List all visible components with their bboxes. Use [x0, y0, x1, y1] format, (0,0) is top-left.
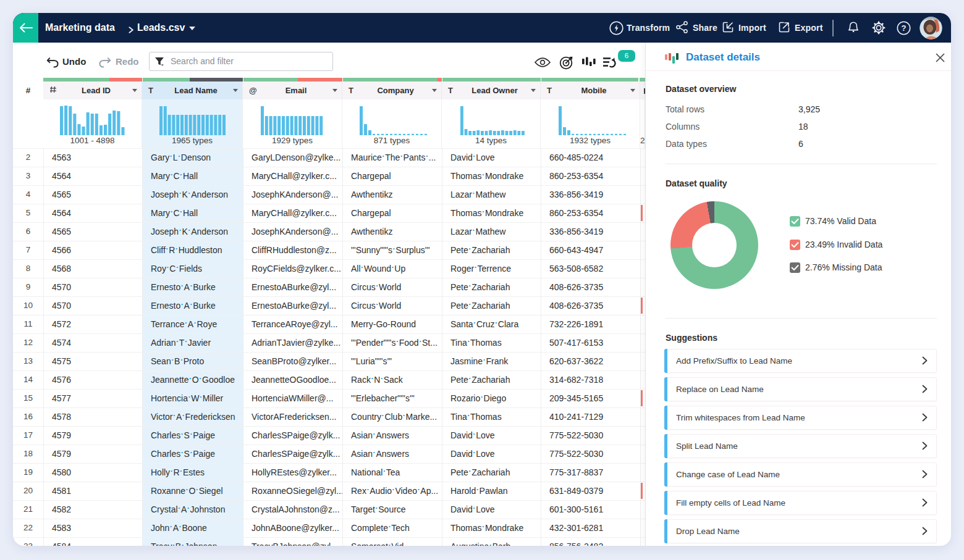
svg-text:?: ?	[902, 23, 907, 33]
